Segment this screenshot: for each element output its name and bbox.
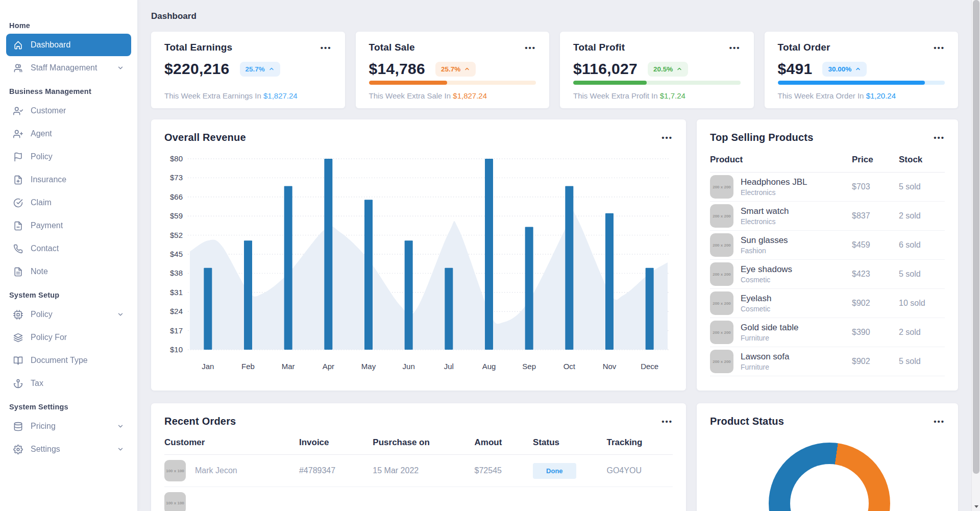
check-circle-icon <box>13 198 23 208</box>
panel-menu-button[interactable]: ••• <box>934 132 945 143</box>
file-plus-icon <box>13 175 23 185</box>
sidebar-item-policy[interactable]: Policy <box>6 145 131 168</box>
panel-menu-button[interactable]: ••• <box>662 132 673 143</box>
chevron-down-icon <box>117 64 124 71</box>
column-header-price: Price <box>852 155 899 165</box>
panel-title: Overall Revenue <box>164 132 246 143</box>
sidebar-item-payment[interactable]: Payment <box>6 214 131 237</box>
product-image-placeholder: 200 x 200 <box>710 204 733 228</box>
sidebar-item-label: Agent <box>31 129 52 138</box>
home-icon <box>13 40 23 50</box>
product-status-donut-chart <box>769 443 890 511</box>
svg-text:$52: $52 <box>170 231 183 239</box>
status-badge: Done <box>533 463 576 479</box>
stat-card-total-earnings: Total Earnings ••• $220,216 25.7% This W… <box>151 32 345 108</box>
svg-text:Aug: Aug <box>482 362 496 371</box>
card-menu-button[interactable]: ••• <box>729 42 741 54</box>
anchor-icon <box>13 379 23 388</box>
products-table-body: 200 x 200Headphones JBLElectronics$7035 … <box>710 173 945 376</box>
sidebar-item-pricing[interactable]: Pricing <box>6 415 131 437</box>
order-invoice: #4789347 <box>299 466 373 475</box>
chevron-down-icon <box>117 423 124 430</box>
svg-text:Nov: Nov <box>603 362 617 371</box>
scrollbar[interactable] <box>971 0 980 511</box>
scrollbar-down-button[interactable] <box>972 502 980 511</box>
svg-text:$45: $45 <box>170 250 183 258</box>
product-price: $902 <box>852 357 899 366</box>
sidebar-item-label: Settings <box>31 445 60 454</box>
sidebar-item-staff-management[interactable]: Staff Management <box>6 57 131 79</box>
main-content: Dashboard Total Earnings ••• $220,216 25… <box>138 0 971 511</box>
chevron-up-icon <box>268 66 275 72</box>
sidebar-item-claim[interactable]: Claim <box>6 191 131 214</box>
sidebar-item-label: Document Type <box>31 356 88 365</box>
svg-text:Jul: Jul <box>444 362 454 371</box>
trend-badge-value: 20.5% <box>653 65 673 73</box>
product-image-placeholder: 200 x 200 <box>710 321 733 344</box>
sidebar-item-label: Policy <box>31 152 53 161</box>
trend-badge-value: 25.7% <box>441 65 460 73</box>
stat-card-title: Total Order <box>778 42 830 53</box>
top-selling-products-panel: Top Selling Products ••• Product Price S… <box>697 119 958 391</box>
stat-card-title: Total Sale <box>369 42 415 53</box>
sidebar-item-agent[interactable]: Agent <box>6 123 131 145</box>
user-plus-icon <box>13 129 23 139</box>
stat-amount: $1,827.24 <box>453 91 487 100</box>
sidebar-item-label: Claim <box>31 198 52 207</box>
card-menu-button[interactable]: ••• <box>525 42 536 54</box>
order-purchase-date: 15 Mar 2022 <box>373 466 474 475</box>
table-row: 200 x 200Smart watchElectronics$8372 sol… <box>710 202 945 231</box>
product-price: $423 <box>852 270 899 279</box>
sidebar-item-label: Staff Management <box>31 63 97 72</box>
table-row: 200 x 200EyelashCosmetic$90210 sold <box>710 289 945 318</box>
file-text-icon <box>13 267 23 277</box>
stat-amount: $1,20.24 <box>866 91 896 100</box>
stat-value: $220,216 <box>164 60 230 78</box>
phone-icon <box>13 244 23 254</box>
svg-text:Mar: Mar <box>282 362 295 371</box>
product-name: Sun glasses <box>741 235 788 246</box>
customer-image-placeholder: 100 x 100 <box>164 492 186 511</box>
sidebar-item-customer[interactable]: Customer <box>6 100 131 122</box>
sidebar-item-label: Pricing <box>31 422 56 431</box>
sidebar: HomeDashboardStaff ManagementBusiness Ma… <box>0 0 138 511</box>
sidebar-item-insurance[interactable]: Insurance <box>6 168 131 191</box>
database-icon <box>13 422 23 431</box>
panel-menu-button[interactable]: ••• <box>662 416 673 427</box>
product-category: Electronics <box>741 188 807 197</box>
svg-text:$38: $38 <box>170 269 183 277</box>
scrollbar-thumb[interactable] <box>973 0 979 474</box>
sidebar-item-document-type[interactable]: Document Type <box>6 349 131 372</box>
chevron-up-icon <box>855 66 861 72</box>
sidebar-item-label: Customer <box>31 106 66 115</box>
product-stock: 5 sold <box>899 357 945 366</box>
svg-text:Jun: Jun <box>403 362 415 371</box>
sidebar-item-dashboard[interactable]: Dashboard <box>6 34 131 56</box>
product-stock: 2 sold <box>899 328 945 337</box>
sidebar-section-label: Home <box>9 21 137 30</box>
sidebar-item-policy[interactable]: Policy <box>6 303 131 326</box>
sidebar-item-policy-for[interactable]: Policy For <box>6 326 131 349</box>
product-name: Lawson sofa <box>741 352 789 362</box>
product-name: Smart watch <box>741 206 789 216</box>
sidebar-item-contact[interactable]: Contact <box>6 237 131 260</box>
overall-revenue-panel: Overall Revenue ••• $80$73$66$59$52$45$3… <box>151 119 686 391</box>
sidebar-item-label: Dashboard <box>31 40 70 50</box>
sidebar-section-label: Business Management <box>9 87 137 95</box>
product-name: Gold side table <box>741 323 798 333</box>
book-open-icon <box>13 356 23 366</box>
sidebar-item-settings[interactable]: Settings <box>6 438 131 460</box>
product-category: Cosmetic <box>741 305 771 313</box>
stat-subtext: This Week Extra Earnings In $1,827.24 <box>164 91 332 100</box>
card-menu-button[interactable]: ••• <box>321 42 332 54</box>
chevron-up-icon <box>464 66 470 72</box>
card-menu-button[interactable]: ••• <box>934 42 945 54</box>
svg-text:Apr: Apr <box>323 362 334 371</box>
product-category: Electronics <box>741 217 789 226</box>
sidebar-item-label: Policy For <box>31 333 67 342</box>
sidebar-item-note[interactable]: Note <box>6 260 131 283</box>
stat-amount: $1,7.24 <box>660 91 685 100</box>
panel-menu-button[interactable]: ••• <box>934 416 945 427</box>
sidebar-item-tax[interactable]: Tax <box>6 372 131 395</box>
panel-title: Recent Orders <box>164 416 236 427</box>
